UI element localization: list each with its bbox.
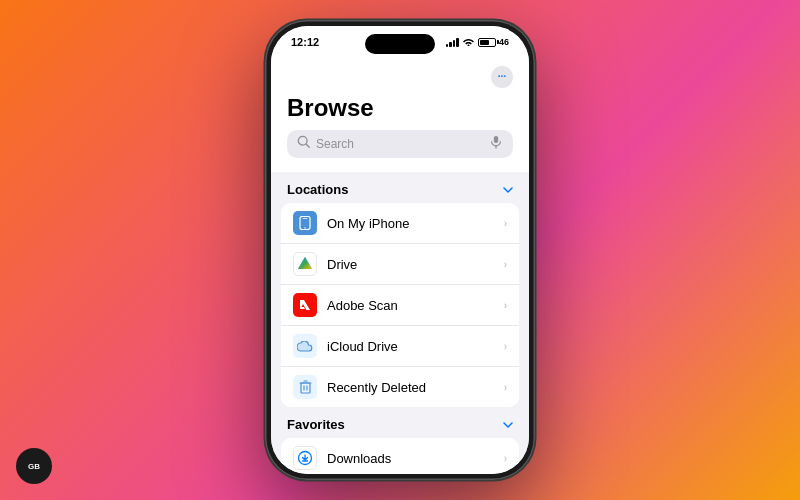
iphone-label: On My iPhone — [327, 216, 504, 231]
locations-list: On My iPhone › — [281, 203, 519, 407]
more-dots-icon: ··· — [498, 72, 506, 82]
microphone-icon — [489, 135, 503, 153]
drive-label: Drive — [327, 257, 504, 272]
header-area: ··· Browse Search — [271, 54, 529, 172]
list-item[interactable]: Drive › — [281, 244, 519, 285]
dynamic-island — [365, 34, 435, 54]
recently-deleted-label: Recently Deleted — [327, 380, 504, 395]
list-item[interactable]: Recently Deleted › — [281, 367, 519, 407]
page-title: Browse — [287, 92, 513, 130]
more-button[interactable]: ··· — [491, 66, 513, 88]
favorites-section-header[interactable]: Favorites — [271, 407, 529, 438]
favorites-label: Favorites — [287, 417, 345, 432]
icloud-label: iCloud Drive — [327, 339, 504, 354]
list-item[interactable]: Downloads › — [281, 438, 519, 474]
locations-section-header[interactable]: Locations — [271, 172, 529, 203]
gb-text: GB — [28, 462, 40, 471]
status-icons: 46 — [446, 37, 509, 48]
svg-marker-8 — [298, 257, 312, 269]
search-placeholder: Search — [316, 137, 484, 151]
svg-rect-5 — [303, 218, 308, 219]
icloud-icon — [293, 334, 317, 358]
more-btn-row: ··· — [287, 62, 513, 92]
locations-label: Locations — [287, 182, 348, 197]
trash-icon — [293, 375, 317, 399]
chevron-right-icon: › — [504, 453, 507, 464]
adobe-label: Adobe Scan — [327, 298, 504, 313]
search-bar[interactable]: Search — [287, 130, 513, 158]
favorites-list: Downloads › — [281, 438, 519, 474]
status-bar: 12:12 46 — [271, 26, 529, 54]
phone-screen: 12:12 46 — [271, 26, 529, 474]
list-item[interactable]: On My iPhone › — [281, 203, 519, 244]
chevron-right-icon: › — [504, 382, 507, 393]
battery-level: 46 — [499, 37, 509, 47]
adobe-icon — [293, 293, 317, 317]
svg-point-6 — [304, 227, 305, 228]
chevron-right-icon: › — [504, 218, 507, 229]
chevron-right-icon: › — [504, 341, 507, 352]
iphone-icon — [293, 211, 317, 235]
content-area[interactable]: ··· Browse Search — [271, 54, 529, 474]
favorites-chevron-icon — [503, 419, 513, 430]
wifi-icon — [463, 37, 474, 48]
phone-frame: 12:12 46 — [265, 20, 535, 480]
svg-rect-9 — [301, 383, 310, 393]
signal-bars-icon — [446, 38, 459, 47]
list-item[interactable]: iCloud Drive › — [281, 326, 519, 367]
svg-rect-2 — [494, 136, 498, 143]
drive-icon — [293, 252, 317, 276]
downloads-label: Downloads — [327, 451, 504, 466]
status-time: 12:12 — [291, 36, 319, 48]
svg-line-1 — [306, 144, 309, 147]
gb-logo: GB — [16, 448, 52, 484]
downloads-icon — [293, 446, 317, 470]
battery-icon — [478, 38, 496, 47]
chevron-right-icon: › — [504, 300, 507, 311]
search-icon — [297, 135, 311, 153]
list-item[interactable]: Adobe Scan › — [281, 285, 519, 326]
locations-chevron-icon — [503, 184, 513, 195]
chevron-right-icon: › — [504, 259, 507, 270]
